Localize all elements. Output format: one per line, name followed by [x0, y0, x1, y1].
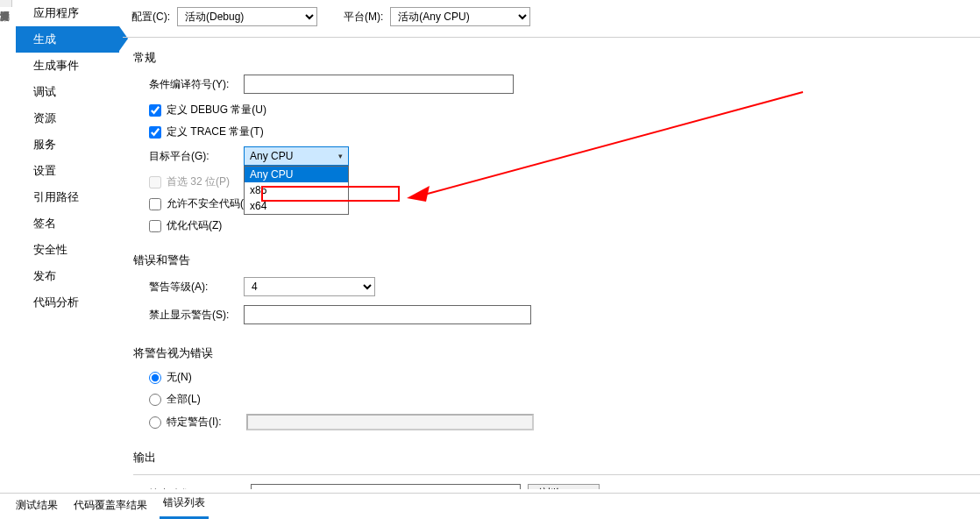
platform-label: 平台(M): — [344, 10, 383, 25]
radio-none[interactable] — [149, 372, 161, 384]
property-sidebar: 应用程序 生成 生成事件 调试 资源 服务 设置 引用路径 签名 安全性 发布 … — [16, 0, 119, 316]
suppress-warnings-label: 禁止显示警告(S): — [149, 308, 244, 323]
section-errors-warnings: 错误和警告 — [133, 252, 980, 268]
platform-combo[interactable]: 活动(Any CPU) — [390, 7, 530, 26]
radio-all[interactable] — [149, 394, 161, 406]
radio-none-label: 无(N) — [167, 370, 192, 385]
warning-level-label: 警告等级(A): — [149, 280, 244, 295]
tab-error-list[interactable]: 错误列表 — [160, 491, 209, 519]
section-treat-as-errors: 将警告视为错误 — [133, 345, 980, 361]
define-trace-checkbox[interactable] — [149, 126, 161, 139]
target-platform-label: 目标平台(G): — [149, 149, 244, 164]
define-debug-checkbox[interactable] — [149, 104, 161, 117]
sidebar-item-publish[interactable]: 发布 — [16, 263, 119, 289]
section-general: 常规 — [133, 50, 980, 66]
sidebar-item-code-analysis[interactable]: 代码分析 — [16, 289, 119, 316]
sidebar-item-reference-paths[interactable]: 引用路径 — [16, 184, 119, 210]
sidebar-item-services[interactable]: 服务 — [16, 132, 119, 158]
config-row: 配置(C): 活动(Debug) 平台(M): 活动(Any CPU) — [123, 0, 980, 38]
sidebar-item-security[interactable]: 安全性 — [16, 237, 119, 263]
sidebar-item-build-events[interactable]: 生成事件 — [16, 53, 119, 79]
output-path-label: 输出路径(O): — [149, 487, 244, 490]
config-combo[interactable]: 活动(Debug) — [177, 7, 317, 26]
tab-code-coverage[interactable]: 代码覆盖率结果 — [70, 494, 151, 519]
sidebar-item-debug[interactable]: 调试 — [16, 79, 119, 105]
optimize-checkbox[interactable] — [149, 220, 161, 232]
define-trace-label: 定义 TRACE 常量(T) — [167, 124, 264, 139]
build-panel: 配置(C): 活动(Debug) 平台(M): 活动(Any CPU) 常规 条… — [123, 0, 980, 489]
define-debug-label: 定义 DEBUG 常量(U) — [167, 103, 266, 117]
cond-symbols-input[interactable] — [244, 75, 514, 94]
side-vertical-tab[interactable]: 解决方案资源管理器 — [0, 0, 12, 7]
output-path-input[interactable] — [251, 484, 521, 489]
sidebar-item-build[interactable]: 生成 — [16, 26, 119, 53]
allow-unsafe-label: 允许不安全代码(F) — [167, 196, 253, 211]
dd-option-x64[interactable]: x64 — [245, 198, 348, 214]
tab-test-results[interactable]: 测试结果 — [12, 494, 61, 519]
browse-button[interactable]: 浏览(R)... — [528, 484, 600, 489]
radio-all-label: 全部(L) — [167, 392, 201, 407]
radio-specific[interactable] — [149, 416, 161, 429]
prefer-32bit-label: 首选 32 位(P) — [167, 174, 230, 189]
cond-symbols-label: 条件编译符号(Y): — [149, 77, 244, 92]
sidebar-item-signing[interactable]: 签名 — [16, 210, 119, 237]
target-platform-dropdown[interactable]: Any CPU ▾ Any CPU x86 x64 — [244, 146, 349, 166]
specific-warnings-input — [246, 414, 534, 430]
allow-unsafe-checkbox[interactable] — [149, 198, 161, 210]
suppress-warnings-input[interactable] — [244, 305, 531, 324]
dd-option-anycpu[interactable]: Any CPU — [245, 167, 348, 182]
dd-option-x86[interactable]: x86 — [245, 182, 348, 198]
optimize-label: 优化代码(Z) — [167, 218, 222, 233]
chevron-down-icon: ▾ — [338, 152, 343, 160]
prefer-32bit-checkbox — [149, 176, 161, 188]
radio-specific-label: 特定警告(I): — [167, 415, 222, 430]
sidebar-item-application[interactable]: 应用程序 — [16, 0, 119, 26]
target-platform-list: Any CPU x86 x64 — [244, 166, 349, 215]
config-label: 配置(C): — [131, 10, 170, 25]
section-output: 输出 — [133, 450, 980, 466]
sidebar-item-resources[interactable]: 资源 — [16, 105, 119, 132]
sidebar-item-settings[interactable]: 设置 — [16, 158, 119, 184]
bottom-tab-bar: 测试结果 代码覆盖率结果 错误列表 — [0, 493, 980, 519]
warning-level-combo[interactable]: 4 — [244, 277, 375, 296]
target-platform-value: Any CPU — [250, 150, 293, 162]
